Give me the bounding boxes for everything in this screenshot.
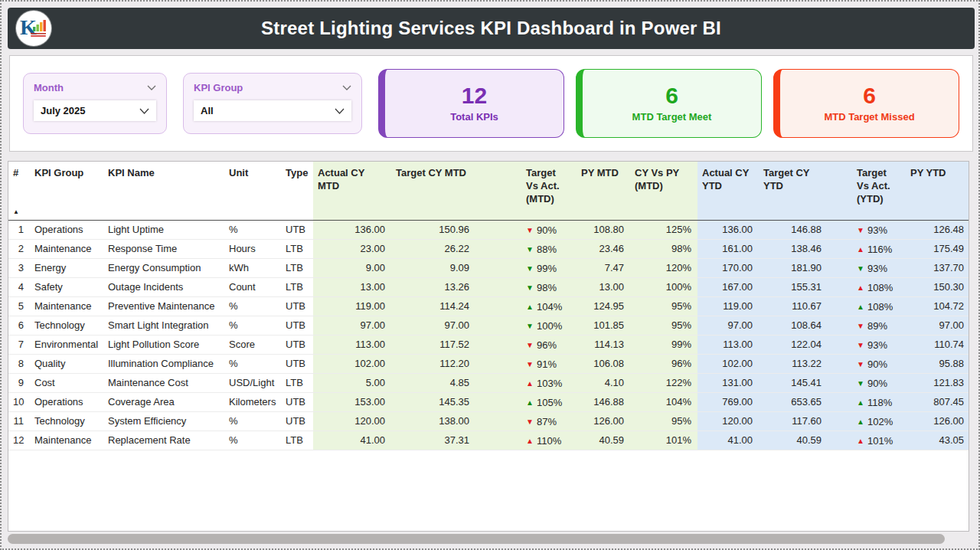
kpi-table: #▲KPI GroupKPI NameUnitTypeActual CY MTD… xyxy=(8,162,969,450)
cell-actual_ytd: 769.00 xyxy=(697,392,759,411)
cell-unit: Score xyxy=(224,335,281,354)
indicator-value: 103% xyxy=(537,378,563,389)
column-header-cy_py_mtd[interactable]: CY Vs PY (MTD) xyxy=(630,162,697,220)
filter-panel: Month July 2025 KPI Group All xyxy=(9,55,973,152)
cell-py_ytd: 95.88 xyxy=(906,354,969,373)
column-header-group[interactable]: KPI Group xyxy=(30,162,103,220)
table-row[interactable]: 7EnvironmentalLight Pollution ScoreScore… xyxy=(8,335,969,354)
cell-group: Quality xyxy=(30,354,103,373)
column-header-tva_mtd[interactable]: Target Vs Act. (MTD) xyxy=(475,162,577,220)
kpi-group-slicer-header[interactable]: KPI Group xyxy=(194,82,351,93)
month-dropdown[interactable]: July 2025 xyxy=(34,100,156,121)
column-header-target_mtd[interactable]: Target CY MTD xyxy=(391,162,475,220)
cell-actual_mtd: 153.00 xyxy=(313,392,391,411)
cell-num: 6 xyxy=(8,316,30,335)
cell-actual_mtd: 113.00 xyxy=(313,335,391,354)
column-header-num[interactable]: #▲ xyxy=(8,162,30,220)
cell-py_ytd: 110.74 xyxy=(906,335,969,354)
triangle-down-icon: ▼ xyxy=(526,322,537,330)
target-vs-actual-indicator: ▼98% xyxy=(526,282,563,293)
horizontal-scrollbar[interactable] xyxy=(8,534,969,544)
column-header-actual_ytd[interactable]: Actual CY YTD xyxy=(697,162,759,220)
column-header-py_mtd[interactable]: PY MTD xyxy=(577,162,630,220)
cell-unit: % xyxy=(224,316,281,335)
indicator-value: 93% xyxy=(867,263,893,274)
target-vs-actual-indicator: ▼100% xyxy=(526,320,563,332)
scrollbar-thumb[interactable] xyxy=(8,534,945,544)
table-row[interactable]: 11TechnologySystem Efficiency%UTB120.001… xyxy=(8,411,969,431)
table-row[interactable]: 6TechnologySmart Light Integration%UTB97… xyxy=(8,316,969,335)
cell-tva_mtd: ▲104% xyxy=(475,296,577,316)
cell-actual_mtd: 97.00 xyxy=(313,316,391,335)
cell-unit: % xyxy=(224,411,281,431)
table-row[interactable]: 8QualityIllumination Compliance%UTB102.0… xyxy=(8,354,969,373)
cell-actual_ytd: 41.00 xyxy=(697,431,759,450)
triangle-up-icon: ▲ xyxy=(526,379,537,388)
month-slicer-header[interactable]: Month xyxy=(34,82,156,93)
table-row[interactable]: 1OperationsLight Uptime%UTB136.00150.96▼… xyxy=(8,220,969,239)
column-header-label: KPI Group xyxy=(34,167,97,180)
mtd-target-missed-label: MTD Target Missed xyxy=(824,111,914,123)
column-header-label: CY Vs PY (MTD) xyxy=(635,167,691,193)
cell-py_mtd: 4.10 xyxy=(577,373,630,392)
cell-name: Maintenance Cost xyxy=(103,373,224,392)
target-vs-actual-indicator: ▲105% xyxy=(526,397,563,408)
indicator-value: 116% xyxy=(867,244,893,255)
column-header-name[interactable]: KPI Name xyxy=(103,162,224,220)
table-row[interactable]: 4SafetyOutage IncidentsCountLTB13.0013.2… xyxy=(8,277,969,296)
cell-target_mtd: 13.26 xyxy=(391,277,475,296)
cell-py_mtd: 101.85 xyxy=(577,316,630,335)
cell-tva_ytd: ▼90% xyxy=(828,373,906,392)
cell-name: Light Uptime xyxy=(103,220,224,239)
column-header-actual_mtd[interactable]: Actual CY MTD xyxy=(313,162,391,220)
target-vs-actual-indicator: ▲118% xyxy=(857,397,893,408)
table-row[interactable]: 10OperationsCoverage AreaKilometersUTB15… xyxy=(8,392,969,411)
cell-py_ytd: 97.00 xyxy=(906,316,969,335)
table-row[interactable]: 5MaintenancePreventive Maintenance%UTB11… xyxy=(8,296,969,316)
indicator-value: 110% xyxy=(537,435,563,447)
column-header-unit[interactable]: Unit xyxy=(224,162,281,220)
cell-type: LTB xyxy=(281,373,313,392)
cell-target_ytd: 181.90 xyxy=(759,258,828,277)
cell-target_mtd: 9.09 xyxy=(391,258,475,277)
cell-py_mtd: 114.13 xyxy=(577,335,630,354)
table-row[interactable]: 12MaintenanceReplacement Rate%LTB41.0037… xyxy=(8,431,969,450)
cell-py_mtd: 40.59 xyxy=(577,431,630,450)
cell-actual_ytd: 119.00 xyxy=(697,296,759,316)
cell-actual_mtd: 9.00 xyxy=(313,258,391,277)
cell-type: LTB xyxy=(281,431,313,450)
kpi-cards: 12 Total KPIs 6 MTD Target Meet 6 MTD Ta… xyxy=(378,69,959,138)
cell-unit: % xyxy=(224,354,281,373)
cell-py_ytd: 137.70 xyxy=(906,258,969,277)
cell-target_ytd: 117.60 xyxy=(759,411,828,431)
column-header-label: Target Vs Act. (YTD) xyxy=(857,167,900,206)
kpi-group-dropdown[interactable]: All xyxy=(194,100,351,121)
cell-actual_mtd: 119.00 xyxy=(313,296,391,316)
cell-num: 2 xyxy=(8,239,30,258)
cell-tva_ytd: ▼93% xyxy=(828,335,906,354)
cell-actual_ytd: 170.00 xyxy=(697,258,759,277)
target-vs-actual-indicator: ▼99% xyxy=(526,263,563,274)
column-header-tva_ytd[interactable]: Target Vs Act. (YTD) xyxy=(828,162,906,220)
column-header-type[interactable]: Type xyxy=(281,162,313,220)
cell-tva_ytd: ▼93% xyxy=(828,220,906,239)
chevron-down-icon xyxy=(147,85,156,90)
cell-py_mtd: 13.00 xyxy=(577,277,630,296)
cell-actual_ytd: 113.00 xyxy=(697,335,759,354)
indicator-value: 104% xyxy=(537,301,563,313)
column-header-target_ytd[interactable]: Target CY YTD xyxy=(759,162,828,220)
table-row[interactable]: 3EnergyEnergy ConsumptionkWhLTB9.009.09▼… xyxy=(8,258,969,277)
triangle-up-icon: ▲ xyxy=(526,398,537,407)
table-row[interactable]: 2MaintenanceResponse TimeHoursLTB23.0026… xyxy=(8,239,969,258)
table-row[interactable]: 9CostMaintenance CostUSD/LightLTB5.004.8… xyxy=(8,373,969,392)
indicator-value: 93% xyxy=(867,224,893,236)
triangle-up-icon: ▲ xyxy=(857,245,867,254)
cell-tva_mtd: ▼99% xyxy=(475,258,577,277)
indicator-value: 99% xyxy=(537,263,563,274)
column-header-py_ytd[interactable]: PY YTD xyxy=(906,162,969,220)
triangle-down-icon: ▼ xyxy=(526,264,537,273)
indicator-value: 96% xyxy=(537,339,563,351)
triangle-up-icon: ▲ xyxy=(857,398,867,407)
cell-target_ytd: 146.88 xyxy=(759,220,828,239)
cell-group: Maintenance xyxy=(30,239,103,258)
